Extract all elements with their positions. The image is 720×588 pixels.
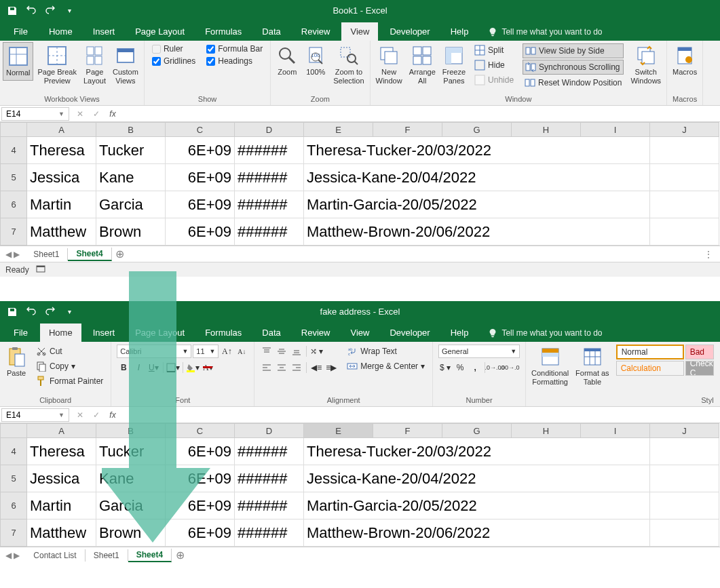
- cell[interactable]: Martin-Garcia-20/05/2022: [304, 191, 650, 218]
- cell[interactable]: 6E+09: [166, 465, 235, 492]
- cell[interactable]: [650, 520, 719, 547]
- italic-button[interactable]: I: [132, 361, 145, 374]
- sheet-nav-arrows[interactable]: ◀ ▶: [0, 551, 25, 560]
- cell[interactable]: Jessica: [27, 465, 96, 492]
- name-box[interactable]: E14▼: [1, 107, 69, 121]
- accounting-format-button[interactable]: $ ▾: [438, 361, 452, 374]
- tab-formulas[interactable]: Formulas: [196, 22, 250, 41]
- format-painter-button[interactable]: Format Painter: [34, 374, 105, 388]
- copy-button[interactable]: Copy ▾: [34, 359, 105, 373]
- cell[interactable]: ######: [235, 438, 304, 465]
- custom-views-button[interactable]: Custom Views: [110, 42, 141, 87]
- row-header[interactable]: 6: [0, 191, 27, 218]
- decrease-font-icon[interactable]: A↓: [235, 345, 248, 358]
- tell-me-search[interactable]: Tell me what you want to do: [480, 324, 610, 342]
- cell[interactable]: [650, 438, 719, 465]
- col-header[interactable]: B: [96, 423, 166, 438]
- normal-view-button[interactable]: Normal: [3, 42, 33, 81]
- font-name-select[interactable]: Calibri▼: [117, 345, 191, 358]
- sheet-nav-arrows[interactable]: ◀ ▶: [0, 250, 25, 259]
- select-all-corner[interactable]: [0, 423, 27, 438]
- format-as-table-button[interactable]: Format as Table: [573, 343, 612, 389]
- macro-record-icon[interactable]: [36, 264, 45, 275]
- spreadsheet-grid[interactable]: A B C D E F G H I J 4TheresaTucker6E+09#…: [0, 122, 720, 246]
- cell[interactable]: Kane: [96, 164, 166, 191]
- col-header[interactable]: A: [27, 122, 96, 137]
- bold-button[interactable]: B: [117, 361, 130, 374]
- col-header[interactable]: F: [373, 122, 442, 137]
- underline-button[interactable]: U ▾: [147, 361, 160, 374]
- freeze-panes-button[interactable]: Freeze Panes: [440, 42, 468, 87]
- col-header[interactable]: D: [235, 423, 304, 438]
- cell[interactable]: Martin: [27, 492, 96, 520]
- name-box-dropdown-icon[interactable]: ▼: [58, 111, 64, 117]
- align-center-icon[interactable]: [275, 361, 288, 374]
- macros-button[interactable]: Macros: [670, 42, 700, 79]
- tab-developer[interactable]: Developer: [381, 324, 438, 342]
- increase-font-icon[interactable]: A↑: [220, 345, 233, 358]
- increase-indent-icon[interactable]: ≡▶: [324, 361, 338, 374]
- align-middle-icon[interactable]: [275, 345, 288, 358]
- cell[interactable]: 6E+09: [166, 218, 235, 246]
- row-header[interactable]: 5: [0, 465, 27, 492]
- cell[interactable]: Brown: [96, 218, 166, 246]
- wrap-text-button[interactable]: abcWrap Text: [345, 345, 427, 358]
- gridlines-checkbox[interactable]: Gridlines: [150, 56, 197, 66]
- tab-formulas[interactable]: Formulas: [196, 324, 250, 342]
- font-color-button[interactable]: A ▾: [201, 361, 214, 374]
- cell[interactable]: ######: [235, 465, 304, 492]
- tab-page-layout[interactable]: Page Layout: [126, 324, 193, 342]
- cell-style-bad[interactable]: Bad: [685, 345, 714, 359]
- ruler-checkbox[interactable]: Ruler: [150, 43, 197, 54]
- cell[interactable]: Brown: [96, 520, 166, 547]
- tab-file[interactable]: File: [4, 324, 37, 342]
- row-header[interactable]: 4: [0, 438, 27, 465]
- font-size-select[interactable]: 11▼: [193, 345, 219, 358]
- zoom-to-selection-button[interactable]: Zoom to Selection: [330, 42, 366, 87]
- cell[interactable]: Jessica-Kane-20/04/2022: [304, 164, 650, 191]
- hide-button[interactable]: Hide: [472, 58, 516, 72]
- name-box[interactable]: E14▼: [1, 408, 69, 422]
- tab-data[interactable]: Data: [253, 324, 289, 342]
- qat-customize-icon[interactable]: ▾: [64, 5, 75, 16]
- borders-button[interactable]: ▾: [166, 361, 180, 374]
- number-format-select[interactable]: General▼: [438, 345, 520, 358]
- col-header[interactable]: C: [166, 423, 235, 438]
- formula-input[interactable]: [124, 113, 720, 115]
- tab-page-layout[interactable]: Page Layout: [126, 22, 193, 41]
- col-header[interactable]: H: [512, 423, 581, 438]
- cell[interactable]: Jessica: [27, 164, 96, 191]
- row-header[interactable]: 7: [0, 520, 27, 547]
- cell[interactable]: Martin: [27, 191, 96, 218]
- insert-function-icon[interactable]: fx: [106, 109, 119, 119]
- cell[interactable]: Kane: [96, 465, 166, 492]
- select-all-corner[interactable]: [0, 122, 27, 137]
- sheet-tab[interactable]: Sheet1: [25, 248, 68, 260]
- fill-color-button[interactable]: ▾: [186, 361, 200, 374]
- col-header[interactable]: G: [442, 122, 512, 137]
- view-side-by-side-button[interactable]: View Side by Side: [523, 43, 624, 58]
- cell[interactable]: [650, 137, 719, 164]
- tab-home[interactable]: Home: [40, 324, 81, 342]
- cell[interactable]: 6E+09: [166, 520, 235, 547]
- cell[interactable]: 6E+09: [166, 164, 235, 191]
- cell[interactable]: Tucker: [96, 137, 166, 164]
- switch-windows-button[interactable]: Switch Windows: [628, 42, 664, 87]
- align-bottom-icon[interactable]: [290, 345, 303, 358]
- undo-icon[interactable]: [26, 5, 37, 16]
- cell[interactable]: Matthew: [27, 218, 96, 246]
- col-header[interactable]: G: [442, 423, 512, 438]
- cell[interactable]: ######: [235, 137, 304, 164]
- save-icon[interactable]: [7, 5, 18, 16]
- synchronous-scrolling-button[interactable]: Synchronous Scrolling: [523, 60, 624, 75]
- align-left-icon[interactable]: [260, 361, 273, 374]
- reset-window-position-button[interactable]: Reset Window Position: [523, 76, 624, 90]
- align-right-icon[interactable]: [290, 361, 303, 374]
- percent-format-button[interactable]: %: [453, 361, 467, 374]
- formula-bar-checkbox[interactable]: Formula Bar: [204, 43, 265, 54]
- cell[interactable]: Martin-Garcia-20/05/2022: [304, 492, 650, 520]
- cell[interactable]: [650, 492, 719, 520]
- conditional-formatting-button[interactable]: Conditional Formatting: [529, 343, 571, 389]
- cell[interactable]: Theresa-Tucker-20/03/2022: [304, 438, 650, 465]
- cell[interactable]: Matthew-Brown-20/06/2022: [304, 218, 650, 246]
